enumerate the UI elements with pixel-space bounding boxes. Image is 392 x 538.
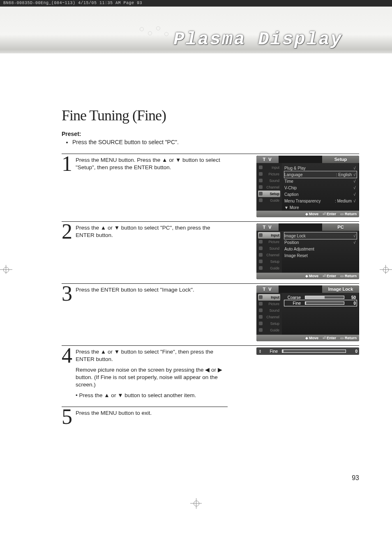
page-number: 93 [62, 474, 359, 482]
osd-sidebar-item: Picture [258, 301, 280, 307]
osd-fine-slider: ▴▾ Fine 0 [256, 347, 359, 355]
osd-menu-row: Plug & Play√ [284, 165, 357, 171]
footer-enter: ⏎ Enter [323, 212, 336, 216]
step-text: Press the MENU button. Press the ▲ or ▼ … [76, 156, 228, 171]
step-number: 4 [62, 347, 76, 402]
step-number: 3 [62, 285, 76, 302]
preset-label: Preset: [62, 131, 359, 137]
footer-enter: ⏎ Enter [323, 336, 336, 340]
footer-return: ▭ Return [340, 274, 357, 278]
osd-menu-row: ▼ More [284, 204, 357, 211]
osd-sidebar-item: Sound [258, 307, 280, 314]
osd-menu-row: Image Lock√ [284, 232, 357, 239]
osd-menu-row: V-Chip√ [284, 184, 357, 191]
footer-enter: ⏎ Enter [323, 274, 336, 278]
osd-tv-label: T V [256, 285, 279, 293]
osd-sidebar-item: Sound [258, 245, 280, 252]
footer-move: ◆ Move [305, 336, 318, 340]
osd-sidebar-item: Sound [258, 177, 280, 184]
osd-tv-label: T V [256, 156, 279, 163]
osd-pc: T V PC InputPictureSoundChannelSetupGuid… [256, 223, 359, 279]
osd-menu-row: Auto Adjustment [284, 246, 357, 252]
osd-title: Setup [322, 156, 359, 163]
osd-menu-row: Image Reset [284, 252, 357, 259]
footer-move: ◆ Move [305, 212, 318, 216]
osd-sidebar-item: Picture [258, 239, 280, 245]
osd-setup: T V Setup InputPictureSoundChannelSetupG… [256, 156, 359, 217]
step-text: Press the ENTER button to select "Image … [76, 286, 228, 294]
crop-mark-bottom [0, 498, 392, 510]
osd-sidebar-item: Channel [258, 184, 280, 191]
footer-return: ▭ Return [340, 212, 357, 216]
preset-text: Press the SOURCE button to select "PC". [72, 139, 359, 145]
osd-menu-row: Time√ [284, 178, 357, 184]
osd-sidebar-item: Input [258, 294, 280, 301]
step-text: Press the ▲ or ▼ button to select "PC", … [76, 224, 228, 239]
banner-title: Plasma Display [173, 29, 343, 50]
osd-menu-row: Caption√ [284, 191, 357, 198]
step-number: 1 [62, 156, 76, 175]
doc-header-strip: BN68-00835D-00Eng_(084~113) 4/15/05 11:3… [0, 0, 392, 7]
footer-move: ◆ Move [305, 274, 318, 278]
osd-sidebar-item: Picture [258, 171, 280, 177]
osd-slider-row: Coarse50 [284, 294, 357, 300]
osd-menu-row: Language: English√ [284, 171, 357, 178]
osd-sidebar-item: Guide [258, 327, 280, 333]
osd-image-lock: T V Image Lock InputPictureSoundChannelS… [256, 285, 359, 341]
osd-sidebar-item: Setup [258, 320, 280, 327]
step-bullet: • Press the ▲ or ▼ button to select anot… [76, 392, 228, 399]
osd-sidebar-item: Input [258, 232, 280, 239]
osd-sidebar-item: Input [258, 164, 280, 171]
osd-sidebar-item: Channel [258, 252, 280, 258]
osd-sidebar-item: Guide [258, 265, 280, 271]
osd-title: Image Lock [322, 285, 359, 293]
page-title: Fine Tuning (Fine) [62, 107, 359, 124]
osd-sidebar-item: Channel [258, 314, 280, 320]
slider-label: Fine [262, 349, 279, 354]
osd-sidebar-item: Setup [258, 258, 280, 265]
banner: Plasma Display [0, 7, 392, 53]
osd-tv-label: T V [256, 223, 279, 231]
step-text-2: Remove picture noise on the screen by pr… [76, 366, 228, 389]
step-number: 2 [62, 223, 76, 242]
slider-value: 0 [348, 349, 357, 354]
step-text: Press the ▲ or ▼ button to select "Fine"… [76, 348, 228, 363]
osd-sidebar-item: Guide [258, 197, 280, 204]
osd-menu-row: Menu Transparency: Medium√ [284, 198, 357, 204]
step-number: 5 [62, 409, 76, 425]
osd-sidebar-item: Setup [258, 191, 280, 197]
step-text: Press the MENU button to exit. [76, 409, 228, 417]
osd-slider-row: Fine0 [284, 300, 357, 306]
osd-menu-row: Position√ [284, 239, 357, 246]
footer-return: ▭ Return [340, 336, 357, 340]
osd-title: PC [322, 223, 359, 231]
